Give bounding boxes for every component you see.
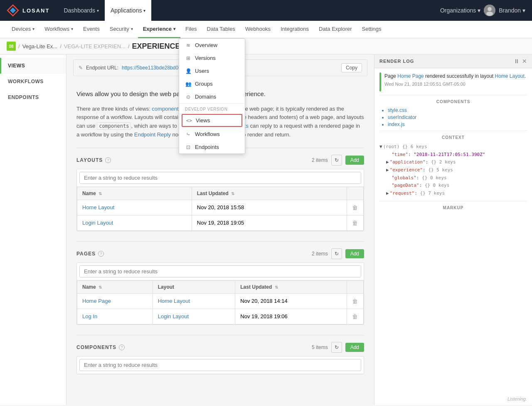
delete-page-button[interactable]: 🗑 — [352, 313, 358, 320]
layouts-help-icon[interactable]: ? — [105, 157, 111, 163]
sep1: / — [18, 43, 20, 50]
pages-refresh-button[interactable]: ↻ — [331, 248, 342, 259]
dashboards-caret: ▾ — [97, 8, 99, 13]
copy-button[interactable]: Copy — [341, 63, 362, 72]
dropdown-groups[interactable]: 👥 Groups — [179, 77, 245, 90]
domains-icon: ⊙ — [185, 94, 192, 100]
components-list: style.cssuserIndicatorindex.js — [379, 107, 527, 127]
page-name-link[interactable]: Log In — [82, 313, 97, 319]
layouts-section: LAYOUTS ? 2 items ↻ Add Name — [76, 148, 364, 231]
render-layout-link[interactable]: Home Layout — [495, 73, 525, 79]
pages-updated-sort-icon[interactable]: ⇅ — [275, 285, 278, 290]
applications-caret: ▾ — [143, 8, 145, 13]
nav-experience[interactable]: Experience ▾ — [138, 21, 180, 38]
components-refresh-button[interactable]: ↻ — [331, 342, 342, 353]
context-experience: ▶"experience": {} 5 keys — [379, 166, 527, 174]
nav-applications[interactable]: Applications ▾ — [105, 0, 152, 21]
page-layout-link[interactable]: Home Layout — [158, 298, 190, 304]
components-log-title: COMPONENTS — [379, 99, 527, 104]
top-nav-links: Dashboards ▾ Applications ▾ — [58, 0, 440, 21]
dropdown-domains[interactable]: ⊙ Domains — [179, 90, 245, 103]
nav-settings[interactable]: Settings — [357, 21, 387, 38]
layout-name-link[interactable]: Login Layout — [82, 220, 113, 226]
sidebar-item-workflows[interactable]: WORKFLOWS — [0, 74, 66, 89]
endpoints-icon: ⊡ — [185, 144, 192, 150]
sep3: / — [128, 43, 130, 50]
table-row: Log In Login Layout Nov 19, 2018 19:06 🗑 — [77, 309, 364, 324]
render-timestamp: Wed Nov 21, 2018 12:05:51 GMT-05:00 — [384, 82, 526, 87]
nav-data-explorer[interactable]: Data Explorer — [314, 21, 357, 38]
breadcrumb: 08 / Vega-Lite Ex... / VEGA-LITE EXPERIE… — [0, 38, 532, 54]
delete-layout-button[interactable]: 🗑 — [352, 204, 358, 211]
overview-icon: ≋ — [185, 42, 192, 48]
layouts-col-name: Name ⇅ — [77, 187, 192, 200]
layout-name-link[interactable]: Home Layout — [82, 204, 114, 210]
components-section: COMPONENTS ? 5 items ↻ Add — [76, 335, 364, 374]
dropdown-users[interactable]: 👤 Users — [179, 64, 245, 77]
dropdown-versions[interactable]: ⊞ Versions — [179, 52, 245, 64]
dropdown-overview[interactable]: ≋ Overview — [179, 39, 245, 52]
logo-area[interactable]: LOSANT — [7, 4, 49, 17]
second-navigation: Devices ▾ Workflows ▾ Events Security ▾ … — [0, 21, 532, 38]
nav-security[interactable]: Security ▾ — [105, 21, 138, 38]
list-item[interactable]: index.js — [388, 121, 527, 127]
top-nav-right: Organizations ▾ Brandon ▾ — [440, 5, 525, 16]
page-layout-link[interactable]: Login Layout — [158, 313, 189, 319]
user-name[interactable]: Brandon ▾ — [499, 7, 525, 14]
nav-dashboards[interactable]: Dashboards ▾ — [58, 0, 105, 21]
nav-events[interactable]: Events — [78, 21, 105, 38]
updated-sort-icon[interactable]: ⇅ — [231, 191, 234, 196]
dropdown-endpoints[interactable]: ⊡ Endpoints — [179, 141, 245, 153]
pages-section: PAGES ? 2 items ↻ Add Name — [76, 241, 364, 325]
sidebar-item-endpoints[interactable]: ENDPOINTS — [0, 89, 66, 105]
nav-workflows[interactable]: Workflows ▾ — [39, 21, 78, 38]
components-help-icon[interactable]: ? — [119, 344, 125, 350]
list-item[interactable]: userIndicator — [388, 114, 527, 120]
pages-col-name: Name ⇅ — [77, 280, 153, 293]
pages-filter-input[interactable] — [79, 265, 361, 277]
components-link[interactable]: components — [152, 106, 181, 112]
components-header: COMPONENTS ? 5 items ↻ Add — [76, 335, 364, 353]
layouts-refresh-button[interactable]: ↻ — [331, 155, 342, 166]
nav-devices[interactable]: Devices ▾ — [7, 21, 39, 38]
render-log-pause-button[interactable]: ⏸ — [514, 58, 520, 64]
delete-page-button[interactable]: 🗑 — [352, 298, 358, 304]
table-row: Login Layout Nov 19, 2018 19:05 🗑 — [77, 215, 364, 230]
experience-dropdown: ≋ Overview ⊞ Versions 👤 Users 👥 Groups ⊙… — [179, 38, 245, 154]
user-avatar — [484, 5, 495, 16]
nav-files[interactable]: Files — [180, 21, 202, 38]
breadcrumb-app-name[interactable]: Vega-Lite Ex... — [22, 43, 58, 50]
layouts-filter-input[interactable] — [79, 172, 361, 184]
nav-integrations[interactable]: Integrations — [276, 21, 314, 38]
nav-data-tables[interactable]: Data Tables — [202, 21, 240, 38]
dropdown-dev-workflows[interactable]: ⤷ Workflows — [179, 128, 245, 141]
components-filter-input[interactable] — [79, 359, 361, 371]
context-root: ▼(root) {} 6 keys — [379, 143, 527, 151]
versions-icon: ⊞ — [185, 55, 192, 61]
name-sort-icon[interactable]: ⇅ — [99, 191, 102, 196]
render-log-header: RENDER LOG ⏸ ✕ — [374, 54, 532, 68]
layouts-add-button[interactable]: Add — [345, 156, 364, 165]
pages-table: Name ⇅ Layout Last Updated ⇅ — [77, 280, 364, 324]
nav-webhooks[interactable]: Webhooks — [240, 21, 276, 38]
render-page-link[interactable]: Home Page — [397, 73, 424, 79]
pages-add-button[interactable]: Add — [345, 249, 364, 258]
pages-name-sort-icon[interactable]: ⇅ — [99, 285, 102, 290]
page-name-link[interactable]: Home Page — [82, 298, 111, 304]
pages-help-icon[interactable]: ? — [98, 251, 104, 257]
components-add-button[interactable]: Add — [345, 343, 364, 352]
render-log-close-button[interactable]: ✕ — [522, 58, 527, 64]
sidebar-item-views[interactable]: VIEWS — [0, 58, 66, 74]
breadcrumb-section-link[interactable]: VEGA-LITE EXPERIEN... — [64, 43, 126, 50]
render-log-body: Page Home Page rendered successfully in … — [374, 68, 532, 395]
dropdown-views[interactable]: <> Views — [182, 114, 242, 127]
groups-icon: 👥 — [185, 81, 192, 87]
views-icon: <> — [186, 118, 192, 124]
context-pagedata: "pageData": {} 0 keys — [379, 182, 527, 190]
list-item[interactable]: style.css — [388, 107, 527, 113]
nav-organizations[interactable]: Organizations ▾ — [440, 7, 480, 14]
users-icon: 👤 — [185, 68, 192, 74]
context-application: ▶"application": {} 2 keys — [379, 158, 527, 166]
endpoint-reply-link[interactable]: Endpoint Reply — [134, 131, 171, 138]
delete-layout-button[interactable]: 🗑 — [352, 220, 358, 226]
